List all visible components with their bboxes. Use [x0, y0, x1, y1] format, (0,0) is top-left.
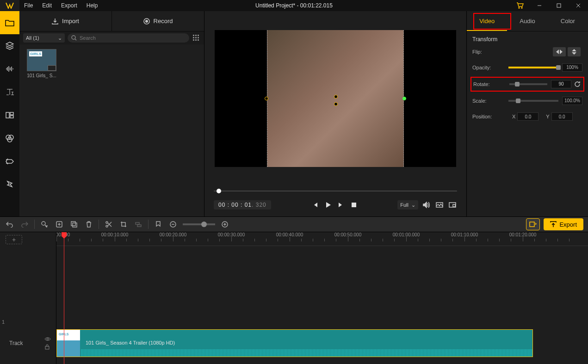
position-x-input[interactable]: 0.0 — [517, 112, 538, 121]
search-input[interactable] — [80, 35, 186, 41]
media-clip[interactable]: 101 Girls_ S... — [24, 49, 59, 78]
maximize-button[interactable] — [549, 0, 569, 11]
tab-audio[interactable]: Audio — [507, 11, 547, 31]
svg-rect-29 — [73, 223, 77, 227]
sidebar-transitions[interactable] — [0, 150, 19, 173]
undo-button[interactable] — [5, 219, 15, 229]
next-frame-button[interactable] — [336, 200, 346, 210]
row-rotate: Rotate: — [473, 80, 582, 89]
sidebar-layers[interactable] — [0, 34, 19, 57]
play-button[interactable] — [323, 200, 333, 210]
selection-handle[interactable] — [402, 97, 406, 100]
playhead[interactable] — [64, 232, 64, 364]
sidebar-filters[interactable] — [0, 127, 19, 150]
video-content[interactable] — [267, 30, 404, 167]
selection-handle[interactable] — [334, 102, 338, 106]
rotate-input[interactable] — [551, 81, 571, 86]
menu-edit[interactable]: Edit — [37, 0, 56, 11]
tool-select[interactable] — [39, 219, 50, 229]
scrubber-thumb[interactable] — [217, 189, 221, 193]
tab-video[interactable]: Video — [467, 11, 507, 31]
minimize-button[interactable] — [530, 0, 549, 11]
tool-split[interactable] — [104, 219, 114, 229]
preview-scrubber[interactable] — [214, 187, 457, 195]
timeline-clip[interactable]: 101 Girls_ Season 4 Trailer (1080p HD) — [56, 329, 533, 357]
stop-button[interactable] — [349, 200, 359, 210]
svg-rect-25 — [453, 204, 455, 207]
tab-color[interactable]: Color — [548, 11, 588, 31]
timeline-toolbar: Export — [0, 216, 588, 232]
track-number: 1 — [2, 319, 5, 325]
svg-rect-16 — [193, 37, 194, 38]
svg-rect-3 — [557, 4, 561, 7]
tool-crop[interactable] — [118, 219, 129, 229]
snapshot-button[interactable] — [435, 200, 444, 210]
sidebar-audio[interactable] — [0, 57, 19, 80]
svg-point-37 — [47, 338, 49, 340]
sidebar-text[interactable] — [0, 80, 19, 104]
clip-name: 101 Girls_ S... — [27, 73, 56, 78]
opacity-value[interactable]: 100% — [562, 63, 582, 72]
library-filter-dropdown[interactable]: All (1) ⌄ — [23, 33, 65, 43]
menu-file[interactable]: File — [19, 0, 37, 11]
app-logo — [0, 0, 19, 11]
preview-canvas[interactable] — [215, 30, 456, 167]
import-button[interactable]: Import — [19, 11, 111, 31]
tool-group[interactable] — [133, 219, 143, 229]
svg-rect-13 — [193, 35, 194, 36]
tool-delete[interactable] — [84, 219, 94, 229]
sidebar-media[interactable] — [0, 11, 19, 34]
pos-y-label: Y — [546, 114, 549, 119]
svg-rect-28 — [71, 222, 75, 226]
grid-view-toggle[interactable] — [192, 34, 200, 42]
tool-copy[interactable] — [69, 219, 79, 229]
scale-value[interactable]: 100.0% — [562, 97, 582, 105]
selection-handle[interactable] — [265, 97, 268, 100]
zoom-in-button[interactable] — [220, 219, 230, 229]
flip-horizontal-button[interactable] — [553, 47, 566, 56]
close-button[interactable] — [569, 0, 588, 11]
timeline-zoom-slider[interactable] — [183, 223, 215, 225]
svg-rect-14 — [195, 35, 197, 36]
opacity-slider[interactable] — [508, 67, 558, 68]
tool-add[interactable] — [54, 219, 64, 229]
zoom-out-button[interactable] — [168, 219, 178, 229]
menu-export[interactable]: Export — [56, 0, 82, 11]
redo-button[interactable] — [19, 219, 30, 229]
menu-help[interactable]: Help — [82, 0, 103, 11]
titlebar: File Edit Export Help Untitled Project* … — [0, 0, 588, 11]
prev-frame-button[interactable] — [310, 200, 320, 210]
track-header: Track — [0, 329, 56, 357]
rotate-value[interactable] — [551, 80, 571, 88]
preview-panel: 00 : 00 : 01. 320 Full⌄ — [204, 11, 466, 216]
visibility-icon[interactable] — [44, 337, 51, 341]
record-button[interactable]: Record — [111, 11, 204, 31]
export-button[interactable]: Export — [544, 218, 583, 230]
rotate-reset-button[interactable] — [573, 80, 582, 88]
svg-point-11 — [145, 20, 148, 23]
search-input-wrapper — [68, 33, 189, 43]
flip-vertical-button[interactable] — [568, 47, 581, 56]
selection-handle[interactable] — [334, 95, 338, 99]
tool-marker[interactable] — [153, 219, 163, 229]
clip-thumbnail — [27, 49, 56, 71]
svg-rect-20 — [195, 39, 197, 41]
lock-icon[interactable] — [44, 344, 50, 350]
add-track-button[interactable]: + — [6, 235, 22, 244]
timeline-ruler[interactable]: 00:00:00.00000:00:10.00000:00:20.00000:0… — [56, 232, 588, 246]
sidebar-overlays[interactable] — [0, 104, 19, 127]
fullscreen-button[interactable] — [448, 200, 457, 210]
sidebar-elements[interactable] — [0, 173, 19, 196]
annotation-highlight-rotate: Rotate: — [470, 77, 584, 92]
svg-rect-33 — [137, 225, 141, 227]
zoom-fit-dropdown[interactable]: Full⌄ — [397, 200, 418, 210]
filter-value: All (1) — [26, 35, 39, 41]
scale-slider[interactable] — [508, 100, 558, 102]
position-y-input[interactable]: 0.0 — [551, 112, 573, 121]
volume-button[interactable] — [422, 200, 431, 210]
export-settings-button[interactable] — [526, 218, 540, 230]
svg-rect-5 — [10, 112, 13, 115]
cart-icon[interactable] — [510, 0, 530, 11]
properties-panel: Video Audio Color Transform Flip: Opacit… — [466, 11, 588, 216]
rotate-slider[interactable] — [509, 83, 547, 85]
